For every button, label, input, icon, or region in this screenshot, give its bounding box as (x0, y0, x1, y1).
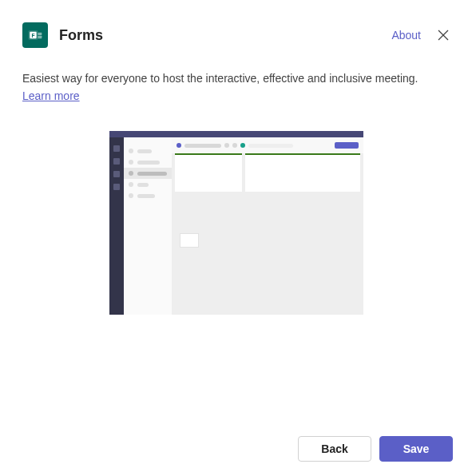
save-button[interactable]: Save (379, 436, 453, 462)
description-block: Easiest way for everyone to host the int… (0, 48, 472, 104)
about-link[interactable]: About (391, 29, 421, 42)
svg-rect-3 (38, 33, 42, 35)
preview-container (0, 131, 472, 315)
description-text: Easiest way for everyone to host the int… (22, 72, 418, 85)
app-preview-image (109, 131, 363, 315)
svg-rect-4 (38, 36, 42, 38)
dialog-footer: Back Save (298, 436, 453, 462)
back-button[interactable]: Back (298, 436, 371, 462)
forms-icon: F (22, 22, 48, 48)
dialog-title: Forms (59, 27, 391, 44)
svg-text:F: F (31, 33, 34, 38)
close-icon (438, 30, 449, 41)
dialog-header: F Forms About (0, 0, 472, 48)
learn-more-link[interactable]: Learn more (22, 88, 80, 104)
close-button[interactable] (437, 29, 450, 42)
